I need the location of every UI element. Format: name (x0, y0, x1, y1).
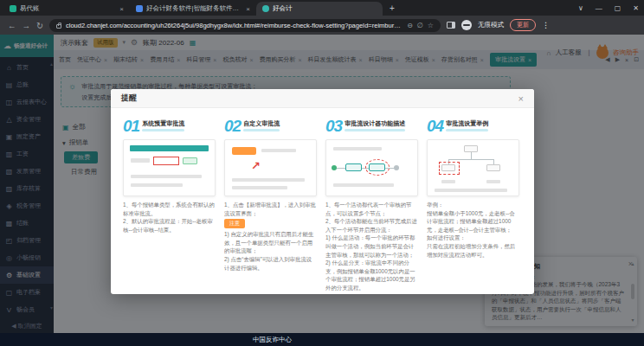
update-button[interactable]: 更新 (510, 19, 536, 31)
step-1: 01 系统预置审批流 1、每个报销单类型，系统会有默认的标准审批流。 2、默认的… (123, 115, 216, 294)
minimize-button[interactable]: — (596, 4, 602, 12)
screen: 易代账 × 好会计财务软件|智能财务软件购买价格及... × 好会计 + ∨ —… (0, 0, 644, 346)
reminder-modal: 提醒 × 01 系统预置审批流 (111, 89, 534, 294)
step-2: 02 自定义审批流 ↗ 1、点击【新增审批流】，进入到审批流设置界面； 注意 1… (224, 115, 317, 294)
step-text: 2、每个活动都能在当前环节完成后进入下一个环节并启用分流： (325, 217, 418, 234)
flow-root-node (464, 145, 478, 152)
custom-flow-screenshot: ↗ (224, 139, 317, 196)
flow-example-screenshot (427, 139, 519, 196)
incognito-label: 无痕模式 (478, 21, 504, 29)
browser-tab-label: 好会计财务软件|智能财务软件购买价格及... (146, 4, 242, 13)
os-taskbar: 中国反诈中心 (0, 333, 644, 346)
step-text: 只需在流程初始增加分支条件，然后增加对应流程活动即可。 (427, 242, 519, 259)
step-text: 2、默认的审批流程是：开始--老板审核--会计审核--结束。 (123, 217, 216, 234)
close-window-button[interactable]: ✕ (633, 4, 639, 12)
restore-button[interactable]: ▢ (615, 4, 621, 12)
browser-tab-3-active[interactable]: 好会计 (256, 2, 383, 16)
bookmark-star-icon[interactable]: ☆ (428, 22, 434, 29)
eye-off-icon[interactable]: ∅ (417, 22, 423, 29)
step-number: 01 (123, 118, 139, 134)
mini-text-bar (441, 180, 455, 183)
red-dashed-annotation (439, 162, 460, 175)
step-title: 审批流设置举例 (446, 119, 488, 131)
incognito-icon (461, 20, 472, 30)
modal-title: 提醒 (121, 93, 137, 104)
preset-flow-screenshot (123, 139, 216, 196)
step-text: 1、每个报销单类型，系统会有默认的标准审批流。 (123, 201, 216, 217)
browser-tab-2[interactable]: 好会计财务软件|智能财务软件购买价格及... × (130, 2, 256, 16)
step-text: 1) 自定义的审批流只有启用后才能生效，且一个单据类型只能有一个启用的审批流喔； (224, 230, 317, 255)
step-number: 03 (325, 118, 342, 134)
browser-tab-label: 好会计 (273, 4, 377, 13)
tab-favicon (262, 5, 269, 12)
modal-header: 提醒 × (111, 89, 534, 108)
flow-line (337, 168, 345, 169)
flow-designer-screenshot (325, 139, 418, 196)
forward-icon[interactable]: → (23, 21, 31, 30)
flow-branch-node (486, 164, 500, 171)
step-4: 04 审批流设置举例 (427, 115, 519, 294)
modal-body: 01 系统预置审批流 1、每个报销单类型，系统会有默认的标准审批流。 2、默认的… (111, 108, 534, 294)
step-text: 如何进行设置： (427, 234, 519, 242)
step-text: 1) 什么是活动：每一个审批的环节都叫做一个活动，例如当前环节是会计主管审核，那… (325, 234, 418, 259)
flow-line (471, 152, 472, 159)
step-title: 系统预置审批流 (142, 119, 184, 131)
tab-favicon (10, 5, 16, 12)
tab-close-icon[interactable]: × (119, 5, 124, 13)
modal-close-icon[interactable]: × (518, 93, 524, 104)
flow-activity-node (345, 163, 362, 171)
notice-badge: 注意 (224, 219, 245, 228)
browser-tab-strip: 易代账 × 好会计财务软件|智能财务软件购买价格及... × 好会计 + ∨ —… (0, 0, 644, 16)
mini-text-bar (333, 183, 394, 187)
back-icon[interactable]: ← (8, 21, 16, 30)
new-tab-button[interactable]: + (390, 2, 395, 16)
app-window: ☁ 畅捷通好会计 ⌂首页 ▤总账 ◫云报表中心 △资金管理 ▣固定资产 ▥工资 … (0, 35, 644, 333)
step-number: 04 (427, 118, 443, 134)
flow-end-node (394, 165, 399, 170)
browser-menu-icon[interactable]: ⋮ (542, 21, 550, 29)
mini-text-bar (131, 175, 202, 178)
mini-text-bar (261, 149, 296, 152)
mini-header-bar (130, 145, 209, 151)
step-title: 审批流设计器功能描述 (345, 119, 405, 131)
zoom-out-icon[interactable]: ⊖ (407, 22, 413, 29)
tab-favicon (136, 5, 143, 12)
mini-orange-button (232, 147, 256, 155)
step-text: 1、点击【新增审批流】，进入到审批流设置界面； (224, 201, 317, 217)
taskbar-app-label[interactable]: 中国反诈中心 (253, 336, 292, 344)
side-panel-icon[interactable] (447, 22, 455, 29)
step-text: 2) 什么是分支：审批流中不同的分支，例如报销单金额1000元以内是一个审批流程… (325, 259, 418, 292)
mini-text-bar (232, 186, 287, 189)
window-controls: ∨ — ▢ ✕ (578, 1, 639, 15)
mini-text-bar (131, 183, 183, 187)
mini-label-bar (131, 158, 150, 163)
red-annotation-box (153, 157, 179, 165)
mini-text-bar (435, 189, 507, 192)
tab-search-icon[interactable]: ∨ (578, 4, 583, 12)
url-text: cloud2.chanjet.com/accounting/uh26t264j5… (66, 22, 402, 29)
browser-tab-label: 易代账 (20, 4, 116, 13)
step-number: 02 (224, 118, 241, 134)
step-text: 报销单金额小于1000元，走老板--会计审批流程；报销单金额超过1000元，走老… (427, 209, 519, 234)
step-text: 举例： (427, 201, 519, 209)
mini-text-bar (333, 147, 382, 151)
flow-line (448, 159, 493, 160)
step-title: 自定义审批流 (243, 119, 280, 131)
browser-tab-1[interactable]: 易代账 × (3, 2, 130, 16)
step-text: 2) 点击“去编辑”可以进入到审批流设计器进行编辑。 (224, 255, 317, 272)
step-text: 1、每一个活动都代表一个审核的节点，可以设置多个节点； (325, 201, 418, 217)
reload-icon[interactable]: ↻ (36, 21, 43, 30)
mini-green-button (183, 157, 197, 164)
step-3: 03 审批流设计器功能描述 (325, 115, 418, 294)
mini-text-bar (486, 180, 500, 183)
tab-close-icon[interactable]: × (246, 5, 250, 13)
flow-line (385, 168, 394, 169)
address-input[interactable]: cloud2.chanjet.com/accounting/uh26t264j5… (49, 19, 441, 32)
lock-icon (56, 24, 61, 29)
mini-text-bar (232, 178, 305, 182)
red-arrow-annotation: ↗ (251, 159, 261, 172)
url-bar: ← → ↻ cloud2.chanjet.com/accounting/uh26… (0, 16, 644, 35)
